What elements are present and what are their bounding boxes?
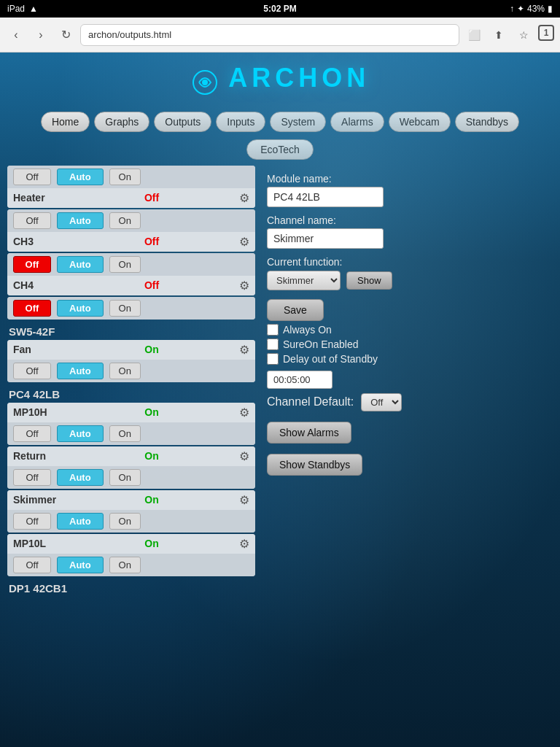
nav-outputs[interactable]: Outputs: [154, 112, 211, 132]
nav-home[interactable]: Home: [41, 112, 90, 132]
sure-on-checkbox[interactable]: [267, 338, 279, 350]
battery-icon: ▮: [548, 4, 553, 14]
ch4-gear-icon[interactable]: ⚙: [239, 279, 249, 293]
ch4-red-off-btn[interactable]: Off: [13, 300, 51, 317]
channel-name-input[interactable]: [267, 228, 384, 249]
nav-alarms[interactable]: Alarms: [330, 112, 384, 132]
always-on-checkbox[interactable]: [267, 324, 279, 336]
status-right: ↑ ✦ 43% ▮: [510, 4, 553, 14]
skimmer-toggle-row: Off Auto On: [7, 510, 255, 533]
ch3-on2-btn[interactable]: On: [109, 256, 141, 273]
skimmer-on-btn[interactable]: On: [109, 513, 141, 530]
module-name-label: Module name:: [267, 173, 553, 185]
forward-button[interactable]: ›: [31, 25, 51, 45]
nav-ecotech[interactable]: EcoTech: [246, 139, 314, 160]
reload-button[interactable]: ↻: [55, 25, 76, 45]
nav-standbys[interactable]: Standbys: [455, 112, 519, 132]
skimmer-gear-icon[interactable]: ⚙: [239, 493, 249, 507]
share-icon[interactable]: ⬜: [464, 25, 484, 45]
skimmer-auto-btn[interactable]: Auto: [57, 513, 104, 530]
fan-on-btn[interactable]: On: [109, 363, 141, 379]
return-gear-icon[interactable]: ⚙: [239, 449, 249, 463]
ch3-name: CH3: [13, 236, 64, 247]
mp10h-on-btn[interactable]: On: [109, 425, 141, 442]
mp10l-group: MP10L On ⚙ Off Auto On: [7, 534, 255, 576]
ch4-on-btn[interactable]: On: [109, 300, 141, 317]
return-toggle-row: Off Auto On: [7, 466, 255, 489]
mp10h-name: MP10H: [13, 406, 64, 418]
ch3-on-btn[interactable]: On: [109, 212, 141, 229]
sw5-section-header: SW5-42F: [7, 321, 255, 340]
heater-off-btn[interactable]: Off: [13, 169, 51, 185]
nav-webcam[interactable]: Webcam: [389, 112, 451, 132]
heater-name: Heater: [13, 192, 64, 204]
show-standbys-button[interactable]: Show Standbys: [267, 454, 362, 476]
status-left: iPad ▲: [7, 4, 38, 14]
mp10h-gear-icon[interactable]: ⚙: [239, 406, 249, 419]
nav-inputs[interactable]: Inputs: [216, 112, 265, 132]
sure-on-row: SureOn Enabled: [267, 338, 553, 350]
skimmer-header: Skimmer On ⚙: [7, 490, 255, 510]
carrier-label: iPad: [7, 4, 25, 14]
return-group: Return On ⚙ Off Auto On: [7, 446, 255, 489]
heater-auto-btn[interactable]: Auto: [57, 169, 104, 185]
fan-off-btn[interactable]: Off: [13, 363, 51, 379]
sure-on-label: SureOn Enabled: [283, 338, 359, 350]
nav-graphs[interactable]: Graphs: [94, 112, 149, 132]
fan-toggle-row: Off Auto On: [7, 360, 255, 382]
mp10h-auto-btn[interactable]: Auto: [57, 425, 104, 442]
delay-standby-checkbox[interactable]: [267, 353, 279, 365]
return-auto-btn[interactable]: Auto: [57, 469, 104, 486]
function-show-button[interactable]: Show: [346, 271, 392, 290]
ch3-header: CH3 Off ⚙: [7, 232, 255, 252]
mp10l-gear-icon[interactable]: ⚙: [239, 537, 249, 551]
delay-time-input[interactable]: [267, 371, 332, 389]
ch3-auto-btn[interactable]: Auto: [57, 212, 104, 229]
return-name: Return: [13, 450, 64, 462]
save-button[interactable]: Save: [267, 299, 324, 321]
fan-group: Fan On ⚙ Off Auto On: [7, 340, 255, 382]
url-bar[interactable]: [80, 24, 459, 46]
mp10l-on-btn[interactable]: On: [109, 557, 141, 573]
skimmer-off-btn[interactable]: Off: [13, 513, 51, 530]
ch3-auto2-btn[interactable]: Auto: [57, 256, 104, 273]
ch3-gear-icon[interactable]: ⚙: [239, 235, 249, 249]
ch4-name: CH4: [13, 279, 64, 291]
show-alarms-button[interactable]: Show Alarms: [267, 422, 351, 444]
return-on-btn[interactable]: On: [109, 469, 141, 486]
ch3-red-group: Off Auto On CH4 Off ⚙: [7, 253, 255, 295]
ch3-red-off-btn[interactable]: Off: [13, 256, 51, 273]
upload-icon[interactable]: ⬆: [489, 25, 509, 45]
fan-gear-icon[interactable]: ⚙: [239, 343, 249, 357]
heater-on-btn[interactable]: On: [109, 169, 141, 185]
dp1-section-header: DP1 42CB1: [7, 578, 255, 597]
always-on-label: Always On: [283, 324, 332, 336]
nav-system[interactable]: System: [270, 112, 326, 132]
mp10h-toggle-row: Off Auto On: [7, 422, 255, 445]
back-button[interactable]: ‹: [6, 25, 26, 45]
two-column-layout: Off Auto On Heater Off ⚙ Off Auto On: [0, 166, 560, 597]
mp10h-header: MP10H On ⚙: [7, 403, 255, 422]
fan-auto-btn[interactable]: Auto: [57, 363, 104, 379]
mp10l-off-btn[interactable]: Off: [13, 557, 51, 573]
function-select[interactable]: Skimmer Always On Always Off Feed: [267, 271, 341, 290]
nav-bar: Home Graphs Outputs Inputs System Alarms…: [0, 106, 560, 138]
ch3-red-toggle-row: Off Auto On: [7, 253, 255, 276]
mp10h-off-btn[interactable]: Off: [13, 425, 51, 442]
return-off-btn[interactable]: Off: [13, 469, 51, 486]
ch3-off-btn[interactable]: Off: [13, 212, 51, 229]
channel-default-select[interactable]: Off On: [361, 393, 402, 411]
main-content: ARCHON Home Graphs Outputs Inputs System…: [0, 53, 560, 747]
channel-default-label: Channel Default:: [267, 395, 354, 409]
signal-icon: ↑: [510, 4, 514, 14]
browser-chrome: ‹ › ↻ ⬜ ⬆ ☆ 1: [0, 18, 560, 53]
tab-count[interactable]: 1: [538, 25, 554, 41]
module-name-input[interactable]: [267, 187, 384, 207]
ch4-header: CH4 Off ⚙: [7, 276, 255, 295]
heater-gear-icon[interactable]: ⚙: [239, 191, 249, 205]
delay-standby-row: Delay out of Standby: [267, 353, 553, 365]
always-on-row: Always On: [267, 324, 553, 336]
bookmark-icon[interactable]: ☆: [513, 25, 534, 45]
ch4-auto-btn[interactable]: Auto: [57, 300, 104, 317]
mp10l-auto-btn[interactable]: Auto: [57, 557, 104, 573]
